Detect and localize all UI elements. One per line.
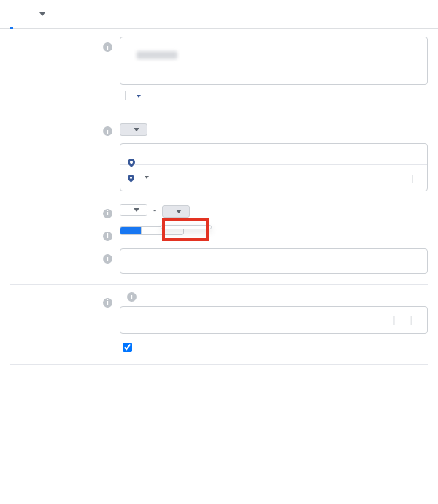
locations-panel: | — [120, 143, 428, 191]
location-scope-dropdown[interactable] — [120, 123, 147, 136]
chevron-down-icon — [145, 176, 149, 179]
location-country-header — [120, 144, 427, 154]
detailed-targeting-panel: | | — [120, 306, 428, 334]
chevron-down-icon — [176, 210, 182, 213]
gender-men-button[interactable] — [142, 227, 163, 234]
info-icon[interactable]: i — [103, 298, 112, 308]
divider — [10, 284, 428, 285]
divider — [10, 364, 428, 365]
chevron-down-icon — [39, 12, 45, 16]
pin-icon — [126, 173, 136, 183]
info-icon[interactable]: i — [103, 254, 112, 264]
info-icon[interactable]: i — [127, 292, 137, 302]
divider: | — [124, 89, 126, 100]
audience-input[interactable] — [120, 66, 427, 84]
redacted-text — [137, 51, 177, 59]
info-icon[interactable]: i — [103, 126, 112, 136]
dash: - — [153, 205, 156, 215]
chevron-down-icon — [134, 208, 139, 212]
audience-source — [120, 37, 427, 49]
detailed-targeting-input[interactable] — [128, 313, 393, 326]
location-input[interactable] — [155, 169, 406, 186]
languages-input[interactable] — [120, 248, 428, 274]
chevron-down-icon — [137, 95, 141, 98]
info-icon[interactable]: i — [103, 42, 112, 52]
age-min-dropdown[interactable] — [120, 204, 147, 216]
include-heading: i — [120, 292, 428, 302]
include-dropdown[interactable] — [128, 175, 149, 181]
gender-all-button[interactable] — [120, 227, 142, 234]
lookalike-item[interactable] — [120, 49, 427, 66]
tab-create-new[interactable] — [10, 0, 13, 29]
info-icon[interactable]: i — [103, 209, 112, 218]
custom-audiences-panel — [120, 37, 428, 85]
age-max-dropdown[interactable] — [162, 205, 190, 218]
expand-targeting-checkbox[interactable] — [123, 343, 132, 352]
create-new-link[interactable] — [134, 89, 141, 100]
age-max-menu — [161, 225, 212, 229]
location-item[interactable] — [120, 154, 427, 164]
info-icon[interactable]: i — [103, 232, 112, 241]
tab-saved-audience[interactable] — [34, 0, 47, 29]
chevron-down-icon — [134, 128, 139, 131]
